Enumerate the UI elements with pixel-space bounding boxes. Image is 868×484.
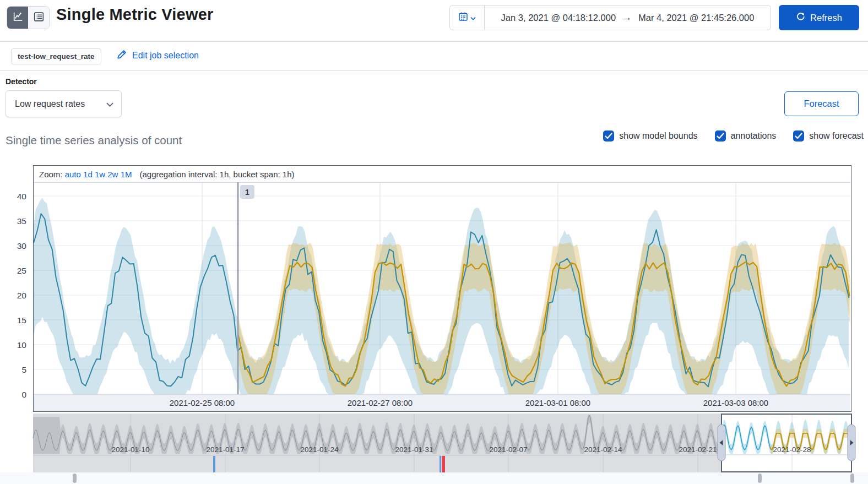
context-chart-svg[interactable]: 2021-01-102021-01-172021-01-242021-01-31… [33,414,851,472]
detector-select[interactable]: Low request rates [6,90,122,117]
page-title: Single Metric Viewer [56,6,214,24]
y-tick-label: 40 [4,192,26,202]
context-annotation-marker[interactable] [442,456,445,472]
y-tick-label: 25 [4,266,26,276]
svg-text:2021-02-27 08:00: 2021-02-27 08:00 [348,398,413,407]
detector-label: Detector [6,77,37,86]
start-date-button[interactable]: Jan 3, 2021 @ 04:18:12.000 [501,13,616,23]
swimlane-strip [0,472,868,484]
zoom-label: Zoom: [39,170,63,179]
chart-option-checkboxes: show model bounds annotations show forec… [603,130,864,142]
focus-chart-svg: 12021-02-25 08:002021-02-27 08:002021-03… [34,182,850,411]
zoom-option-1M[interactable]: 1M [121,170,132,179]
swimlane-marker [850,474,854,483]
analysis-heading: Single time series analysis of count [6,134,182,147]
chevron-down-icon [470,13,476,23]
svg-text:2021-01-31: 2021-01-31 [395,445,433,454]
calendar-icon [458,12,468,24]
refresh-label: Refresh [810,13,842,23]
view-toggle-group [7,6,50,29]
y-tick-label: 0 [4,390,26,400]
refresh-button[interactable]: Refresh [779,5,859,30]
svg-text:1: 1 [245,188,249,197]
zoom-option-2w[interactable]: 2w [107,170,118,179]
time-range-picker: Jan 3, 2021 @ 04:18:12.000 → Mar 4, 2021… [449,5,771,30]
annotations-label: annotations [731,131,777,141]
zoom-option-1w[interactable]: 1w [95,170,105,179]
y-tick-label: 20 [4,291,26,301]
chart-view-toggle-button[interactable] [7,7,28,29]
svg-text:2021-01-10: 2021-01-10 [111,445,149,454]
zoom-option-1d[interactable]: 1d [83,170,93,179]
forecast-button[interactable]: Forecast [784,91,859,116]
y-tick-label: 10 [4,340,26,350]
swimlane-marker [758,474,762,483]
header-divider [0,41,868,42]
pencil-icon [117,50,127,62]
detector-selected-value: Low request rates [15,99,85,109]
svg-text:2021-01-24: 2021-01-24 [300,445,339,454]
checkbox-checked-icon [715,130,726,142]
single-metric-viewer-app: Single Metric Viewer Jan 3, 2021 @ 04:18… [0,0,868,484]
y-tick-label: 5 [4,365,26,375]
checkbox-checked-icon [603,130,614,142]
svg-text:2021-02-28: 2021-02-28 [773,445,811,454]
table-icon [33,11,45,25]
aggregation-note: (aggregation interval: 1h, bucket span: … [139,170,294,179]
svg-text:2021-01-17: 2021-01-17 [206,445,244,454]
y-tick-label: 35 [4,216,26,226]
show-model-bounds-label: show model bounds [619,131,697,141]
table-view-toggle-button[interactable] [28,7,49,29]
context-annotation-marker[interactable] [440,456,441,472]
refresh-icon [796,12,805,24]
show-forecast-label: show forecast [809,131,864,141]
job-row-divider [0,70,868,71]
show-forecast-checkbox[interactable]: show forecast [793,130,864,142]
zoom-controls: Zoom: auto 1d 1w 2w 1M(aggregation inter… [34,166,851,182]
line-chart-icon [12,11,24,25]
context-annotation-marker[interactable] [213,456,215,472]
checkbox-checked-icon [793,130,804,142]
y-tick-label: 30 [4,241,26,251]
svg-text:2021-03-01 08:00: 2021-03-01 08:00 [525,398,590,407]
annotations-checkbox[interactable]: annotations [715,130,777,142]
end-date-button[interactable]: Mar 4, 2021 @ 21:45:26.000 [638,13,754,23]
chevron-down-icon [106,99,113,109]
svg-text:2021-02-07: 2021-02-07 [489,445,527,454]
svg-text:2021-02-25 08:00: 2021-02-25 08:00 [170,398,235,407]
y-tick-label: 15 [4,316,26,325]
svg-text:2021-02-21: 2021-02-21 [679,445,717,454]
focus-chart-container: Zoom: auto 1d 1w 2w 1M(aggregation inter… [33,165,851,412]
svg-text:2021-03-03 08:00: 2021-03-03 08:00 [703,398,768,407]
arrow-right-icon: → [622,12,632,23]
zoom-option-auto[interactable]: auto [65,170,81,179]
job-id-badge: test-low_request_rate [11,48,101,64]
svg-text:2021-02-14: 2021-02-14 [584,445,622,454]
edit-job-selection-link[interactable]: Edit job selection [117,50,199,62]
show-model-bounds-checkbox[interactable]: show model bounds [603,130,697,142]
swimlane-marker [73,474,77,483]
edit-job-selection-label: Edit job selection [132,51,199,61]
quick-select-menu-button[interactable] [450,6,485,30]
